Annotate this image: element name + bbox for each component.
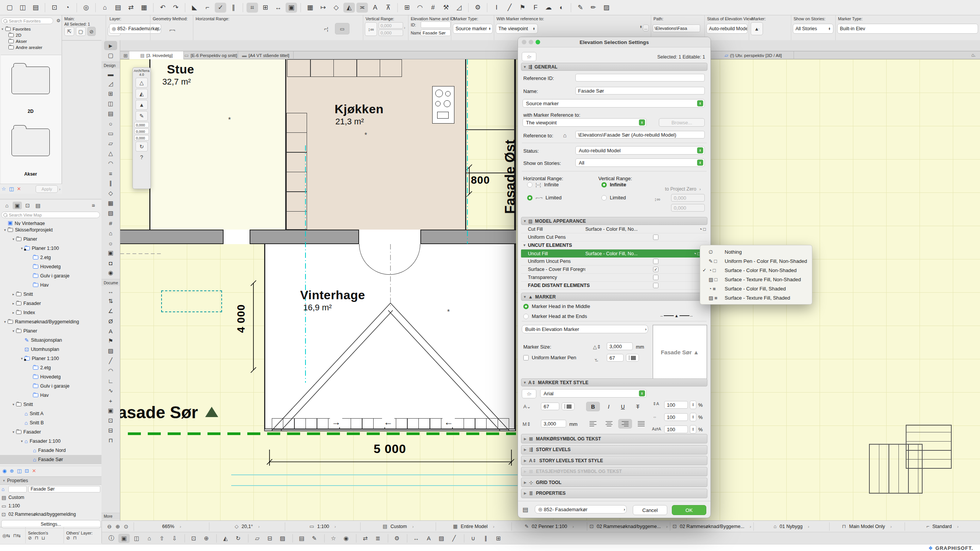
layer-toggle-icon[interactable]: ◎⇆ [2,533,10,538]
fit-in-window-icon[interactable]: ⊙ [124,523,128,530]
menubar-new-document-icon[interactable]: ▢ [4,3,15,13]
tree-item-hovedetg[interactable]: Hovedetg [0,372,102,381]
infobox-name-field[interactable]: Fasade Sør [421,29,451,36]
tool-polyline-icon[interactable]: ∟ [104,376,117,385]
tree-item-rammes-knad-byggemelding[interactable]: ▾Rammesøknad/Byggemelding [0,317,102,326]
menubar-undo-icon[interactable]: ↶ [157,3,168,13]
appearance-row-uncut-elements[interactable]: ▼UNCUT ELEMENTS [521,241,707,249]
view-map-icon[interactable]: ▣ [13,202,22,209]
tree-item-2-etg[interactable]: 2.etg [0,253,102,262]
section-properties[interactable]: ▶≣PROPERTIES [521,489,707,498]
bottomtool-line-pref-icon[interactable]: ╱ [448,534,460,543]
hrange-limited-icon[interactable]: ▭ [335,23,350,34]
bottomtool-publish2-icon[interactable]: ⇄ [359,534,371,543]
section-story-levels[interactable]: ▶⇶STORY LEVELS [521,445,707,455]
favorites-star-button[interactable]: ☆› [522,52,536,61]
tool-text-icon[interactable]: A [104,326,117,336]
statusbar-renovation-segment[interactable]: ⌂01 Nybygg› [753,522,829,531]
tool-section-marker-icon[interactable]: ⊟ [104,426,117,435]
checkbox-unchecked-icon[interactable] [653,275,658,280]
cancel-button[interactable]: Cancel [633,505,667,515]
font-select[interactable]: Arial ▲▼ [540,389,647,398]
menubar-parallel-snap-icon[interactable]: ∥ [228,3,239,13]
help-icon[interactable]: ? [136,153,147,162]
tree-expander-icon[interactable]: ▸ [11,302,16,305]
menu-item-surface-texture-fill-shaded[interactable]: ▨■Surface - Texture Fill, Shaded [700,293,812,302]
stepper-icon[interactable]: ▲▼ [690,401,696,409]
layout-book-icon[interactable]: ⊡ [23,202,32,209]
delete-icon[interactable]: ✕ [32,468,36,474]
checkbox-unchecked-icon[interactable] [653,283,658,288]
tool-angle-dimension-icon[interactable]: ∠ [104,306,117,316]
tree-item-utomhusplan[interactable]: ⊡Utomhusplan [0,345,102,354]
align-justify-button[interactable] [634,419,648,429]
favorites-preview-folder[interactable] [11,129,50,156]
menubar-diamond-snap-icon[interactable]: ◇ [330,3,342,13]
bottomtool-3d-doc-icon[interactable]: ▱ [252,534,263,543]
hide-layer-icon[interactable]: ⊘ [28,535,32,541]
tab-overview-icon[interactable]: ⊞ [122,52,129,59]
favorites-root-item[interactable]: ▾ Favorites [0,26,62,32]
strikethrough-button[interactable]: T [631,402,644,411]
bottomtool-zoom-sel-icon[interactable]: ⊕ [201,534,212,543]
publisher-icon[interactable]: ▤ [33,202,42,209]
bottomtool-gear2-icon[interactable]: ⚙ [391,534,403,543]
tool-level-dimension-icon[interactable]: ⇅ [104,297,117,306]
footer-layer-select[interactable]: ◎ 852- Fasademarkør › [535,505,627,514]
bottomtool-magnet-icon[interactable]: ∪ [467,534,479,543]
statusbar-layoutset-segment[interactable]: ⊡02 Rammesøknad/Byggeme...› [670,522,753,531]
geometry-chained-icon[interactable]: ⌐¬ [167,25,178,34]
browse-button[interactable]: Browse... [659,118,705,127]
tool-railing-icon[interactable]: ∥ [104,179,117,188]
zoom-out-icon[interactable]: ⊖ [107,523,112,530]
tool-morph-icon[interactable]: ◇ [104,189,117,198]
bottomtool-tabs-view-icon[interactable]: ⊞ [493,534,504,543]
statusbar-scale-segment[interactable]: ▭1:100› [285,522,360,531]
tree-expander-icon[interactable]: ▾ [19,246,24,250]
section-grid-tool[interactable]: ▶⊹GRID TOOL [521,478,707,487]
marker-head-middle-radio[interactable]: Marker Head in the Middle [523,303,590,309]
favorites-item[interactable]: 2D [0,32,62,38]
bottomtool-home-story-icon[interactable]: ⌂ [144,534,155,543]
toolbox-design-label[interactable]: Design [101,62,120,68]
appearance-row-uniform-uncut-pens[interactable]: Uniform Uncut Pens [521,258,707,266]
tree-expander-icon[interactable]: ▾ [11,237,16,241]
menubar-date-stamp-icon[interactable]: ▦ [304,3,316,13]
tool-camera-icon[interactable]: ◉ [104,268,117,277]
menubar-print-icon[interactable]: ▤ [30,3,41,13]
marker-size-field[interactable]: 3,000 [607,342,633,350]
chevron-right-icon[interactable]: › [59,187,60,191]
favorites-item[interactable]: Andre arealer [0,44,62,51]
tree-item-fasader-1-100[interactable]: ▾⌂Fasader 1:100 [0,437,102,446]
infobox-markertype-select[interactable]: Source marker ▲▼ [453,24,493,34]
uniform-marker-pen-checkbox[interactable]: Uniform Marker Pen [523,355,576,360]
menubar-leveling-icon[interactable]: ⊼ [382,3,394,13]
gear-icon[interactable]: ⚙ [56,18,60,23]
tool-drawing-icon[interactable]: ⊡ [104,416,117,425]
vrange-infinite-radio[interactable]: Infinite [601,182,626,187]
tool-skylight-icon[interactable]: ◫ [104,99,117,108]
statusbar-dimstyle-segment[interactable]: ⌐Standard› [905,522,980,531]
lock-layer-icon[interactable]: ⊓ [35,535,38,541]
menubar-set-square-icon[interactable]: ◣ [189,3,200,13]
apply-button[interactable]: Apply [36,185,58,193]
menubar-copy-settings-icon[interactable]: ⊡ [49,3,60,13]
stepper-icon[interactable]: ▲▼ [690,413,696,421]
section-general[interactable]: ▼ ⇶ GENERAL [521,63,707,71]
tree-item-planer-1-100[interactable]: ▾Planer 1:100 [0,244,102,253]
tool-beam-icon[interactable]: ▭ [104,129,117,138]
font-pen-color-button[interactable] [562,403,575,410]
letter-spacing-value[interactable]: 100 [664,425,688,433]
line-spacing-field[interactable]: 100 ▲▼ % [664,401,703,409]
add-favorite-icon[interactable]: ☆ [2,186,6,192]
vrange-bottom-field[interactable]: 0,000 [671,204,705,212]
align-right-button[interactable] [618,419,632,429]
chevron-right-icon[interactable]: › [404,25,405,30]
menubar-frame-select-icon[interactable]: ▣ [286,3,297,13]
minimize-button[interactable] [529,40,533,44]
reference-id-field[interactable] [575,74,705,82]
ok-button[interactable]: OK [672,505,706,515]
tree-item-planer[interactable]: ▾Planer [0,235,102,244]
tree-item-skisse-forprosjekt[interactable]: ▾Skisse/forprosjekt [0,225,102,235]
hrange-infinite-radio[interactable]: ¦‐‐¦ Infinite [527,182,559,187]
